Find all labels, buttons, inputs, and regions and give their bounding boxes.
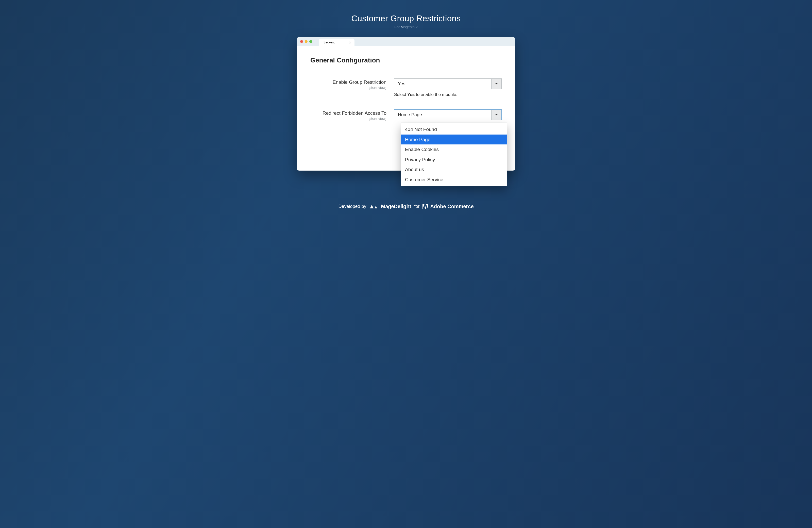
help-pre: Select (394, 92, 407, 97)
redirect-select-value: Home Page (394, 110, 491, 120)
enable-select-arrow (491, 79, 502, 89)
enable-scope: [store view] (310, 86, 387, 90)
magedelight-logo-icon (369, 204, 378, 210)
enable-select[interactable]: Yes (394, 79, 502, 89)
footer: Developed by MageDelight for Adobe Comme… (338, 203, 474, 210)
window-controls (300, 40, 312, 43)
enable-label: Enable Group Restriction (310, 80, 387, 85)
close-icon (349, 41, 351, 44)
redirect-select-arrow (491, 110, 502, 120)
footer-adobe-text: Adobe Commerce (430, 203, 474, 210)
page-subtitle: For Magento 2 (394, 25, 417, 29)
help-bold: Yes (407, 92, 415, 97)
tab-close-button[interactable] (348, 41, 351, 44)
redirect-select[interactable]: Home Page (394, 110, 502, 120)
section-heading: General Configuration (310, 56, 502, 64)
footer-brand-magedelight: MageDelight (381, 203, 411, 210)
dropdown-option[interactable]: Home Page (401, 134, 507, 145)
dropdown-option[interactable]: 404 Not Found (401, 124, 507, 134)
page-title: Customer Group Restrictions (351, 14, 461, 23)
field-control-col: Yes Select Yes to enable the module. (394, 79, 502, 97)
field-label-col: Enable Group Restriction [store view] (310, 79, 394, 90)
browser-tab-label: Backend (323, 41, 335, 44)
dropdown-option[interactable]: Enable Cookies (401, 144, 507, 155)
app-window: Backend General Configuration Enable Gro… (296, 37, 516, 171)
window-maximize-button[interactable] (309, 40, 312, 43)
dropdown-option[interactable]: Customer Service (401, 175, 507, 185)
adobe-logo-icon (422, 204, 428, 209)
help-post: to enable the module. (415, 92, 457, 97)
footer-for: for (414, 204, 419, 209)
footer-brand-adobe: Adobe Commerce (422, 203, 474, 210)
window-close-button[interactable] (300, 40, 303, 43)
field-row-enable: Enable Group Restriction [store view] Ye… (310, 79, 502, 97)
window-body: General Configuration Enable Group Restr… (296, 46, 516, 171)
window-minimize-button[interactable] (305, 40, 307, 43)
redirect-dropdown-panel: 404 Not Found Home Page Enable Cookies P… (401, 123, 507, 186)
footer-developed-by: Developed by (338, 204, 366, 209)
browser-tab[interactable]: Backend (319, 39, 354, 46)
dropdown-option[interactable]: Privacy Policy (401, 155, 507, 165)
field-row-redirect: Redirect Forbidden Access To [store view… (310, 110, 502, 120)
window-titlebar: Backend (296, 37, 516, 46)
chevron-down-icon (495, 114, 498, 116)
redirect-label: Redirect Forbidden Access To (310, 111, 387, 116)
dropdown-option[interactable]: About us (401, 165, 507, 175)
chevron-down-icon (495, 83, 498, 85)
redirect-scope: [store view] (310, 116, 387, 120)
enable-select-value: Yes (394, 79, 491, 89)
field-label-col: Redirect Forbidden Access To [store view… (310, 110, 394, 120)
enable-help-text: Select Yes to enable the module. (394, 92, 502, 97)
field-control-col: Home Page 404 Not Found Home Page Enable… (394, 110, 502, 120)
